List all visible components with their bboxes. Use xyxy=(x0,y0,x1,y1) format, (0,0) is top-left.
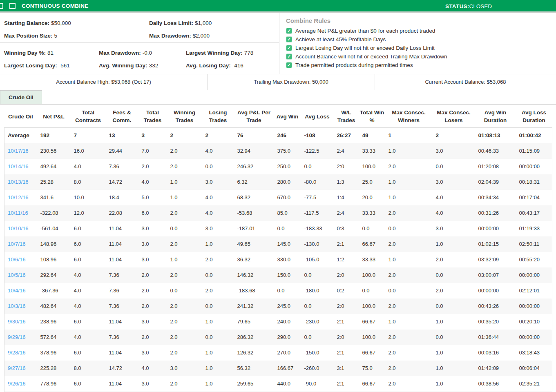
stats-panel: Starting Balance:$50,000 Daily Loss Limi… xyxy=(0,13,279,74)
table-cell: 778.96 xyxy=(37,376,71,392)
table-cell: 150.0 xyxy=(274,267,301,283)
table-cell: 2:1 xyxy=(334,236,359,252)
tab-crude-oil[interactable]: Crude Oil xyxy=(0,90,42,105)
table-cell: 2.0 xyxy=(167,314,202,330)
date-link[interactable]: 9/30/16 xyxy=(8,318,25,325)
header-checkbox-1[interactable] xyxy=(0,3,3,9)
column-header: Max Consec. Losers xyxy=(433,105,475,128)
app-header: CONTINUOUS COMBINE STATUS:CLOSED xyxy=(0,0,556,13)
date-link[interactable]: 9/29/16 xyxy=(8,334,25,340)
date-cell: 10/13/16 xyxy=(4,174,37,190)
table-cell: 1.0 xyxy=(433,376,475,392)
table-cell: 3.0 xyxy=(138,345,167,361)
date-cell: 9/26/16 xyxy=(4,376,37,392)
date-cell: 9/28/16 xyxy=(4,345,37,361)
table-cell: 12.0 xyxy=(71,205,106,221)
table-cell: -53.68 xyxy=(234,205,274,221)
table-cell: 245.0 xyxy=(274,298,301,314)
table-cell: 1:2 xyxy=(334,252,359,267)
table-row: 10/14/16492.644.07.362.02.00.0246.32250.… xyxy=(4,159,552,174)
date-link[interactable]: 10/5/16 xyxy=(8,272,25,278)
date-link[interactable]: 10/14/16 xyxy=(8,163,29,169)
table-cell: 1.0 xyxy=(167,252,202,267)
table-cell: 3.0 xyxy=(138,221,167,236)
table-cell: 3.0 xyxy=(202,174,234,190)
table-cell: 2:0 xyxy=(334,330,359,345)
table-cell: 440.0 xyxy=(274,376,301,392)
table-cell: 4.0 xyxy=(71,267,106,283)
table-cell: 3.0 xyxy=(202,221,234,236)
average-cell: 7 xyxy=(71,128,106,144)
table-cell: 2.0 xyxy=(433,283,475,298)
table-cell: 3.0 xyxy=(138,252,167,267)
table-cell: 1.0 xyxy=(385,314,433,330)
table-cell: 0.0 xyxy=(202,159,234,174)
table-cell: 0.0 xyxy=(433,267,475,283)
table-cell: 00:06:04 xyxy=(516,361,552,376)
date-link[interactable]: 10/7/16 xyxy=(8,241,25,247)
table-cell: 2.0 xyxy=(385,236,433,252)
table-cell: 572.64 xyxy=(37,330,71,345)
table-cell: 2:0 xyxy=(334,267,359,283)
table-cell: 2.0 xyxy=(138,283,167,298)
column-header: Avg Win xyxy=(274,105,301,128)
table-cell: 482.64 xyxy=(37,298,71,314)
table-cell: 7.36 xyxy=(106,283,138,298)
date-cell: 10/7/16 xyxy=(4,236,37,252)
date-link[interactable]: 10/12/16 xyxy=(8,194,29,200)
table-cell: 2.0 xyxy=(385,205,433,221)
column-header: Losing Trades xyxy=(202,105,234,128)
table-cell: 66.67 xyxy=(359,345,385,361)
table-cell: 11.04 xyxy=(106,236,138,252)
average-cell: 26:27 xyxy=(334,128,359,144)
table-cell: 4.0 xyxy=(202,190,234,205)
table-cell: 0:3 xyxy=(334,221,359,236)
date-link[interactable]: 9/27/16 xyxy=(8,365,25,371)
table-cell: 2:4 xyxy=(334,205,359,221)
table-cell: 2.0 xyxy=(167,330,202,345)
table-cell: -561.04 xyxy=(37,221,71,236)
table-cell: -367.36 xyxy=(37,283,71,298)
date-link[interactable]: 10/13/16 xyxy=(8,179,29,185)
table-cell: 20.0 xyxy=(359,190,385,205)
table-cell: 00:34:34 xyxy=(475,190,516,205)
table-row: 9/27/16225.288.014.724.03.01.056.32166.6… xyxy=(4,361,552,376)
table-cell: -230.0 xyxy=(301,314,334,330)
date-link[interactable]: 9/26/16 xyxy=(8,381,25,387)
date-link[interactable]: 10/6/16 xyxy=(8,256,25,263)
table-cell: 250.0 xyxy=(274,159,301,174)
stat-avg-losing-day: Avg. Losing Day:-416 xyxy=(186,59,275,72)
date-link[interactable]: 10/17/16 xyxy=(8,148,29,154)
date-link[interactable]: 9/28/16 xyxy=(8,350,25,356)
table-cell: 00:46:33 xyxy=(475,143,516,159)
column-header: Crude Oil xyxy=(4,105,37,128)
table-cell: 3.0 xyxy=(138,236,167,252)
balance-bar: Account Balance High: $53,068 (Oct 17) T… xyxy=(0,74,556,90)
table-cell: 29.44 xyxy=(106,143,138,159)
date-link[interactable]: 10/4/16 xyxy=(8,287,25,294)
table-cell: 66.67 xyxy=(359,376,385,392)
date-cell: 9/27/16 xyxy=(4,361,37,376)
date-cell: 10/4/16 xyxy=(4,283,37,298)
header-checkbox-2[interactable] xyxy=(9,3,16,9)
date-link[interactable]: 10/10/16 xyxy=(8,225,29,232)
table-cell: 00:00:00 xyxy=(475,221,516,236)
table-cell: 378.96 xyxy=(37,345,71,361)
table-cell: 00:38:56 xyxy=(475,376,516,392)
table-cell: 25.0 xyxy=(359,174,385,190)
table-cell: 2.0 xyxy=(433,252,475,267)
table-cell: 01:02:15 xyxy=(475,236,516,252)
table-cell: 290.0 xyxy=(274,330,301,345)
table-cell: 108.96 xyxy=(37,252,71,267)
table-row: 10/12/16341.610.018.45.01.04.068.32670.0… xyxy=(4,190,552,205)
table-cell: 1.0 xyxy=(385,252,433,267)
table-cell: 1:3 xyxy=(334,174,359,190)
table-cell: 16.0 xyxy=(71,143,106,159)
combine-parameters: Starting Balance:$50,000 Daily Loss Limi… xyxy=(0,13,279,43)
date-link[interactable]: 10/3/16 xyxy=(8,303,25,309)
table-cell: 00:43:17 xyxy=(516,205,552,221)
table-cell: 7.36 xyxy=(106,159,138,174)
table-cell: 2.0 xyxy=(167,298,202,314)
table-cell: 6.0 xyxy=(71,345,106,361)
date-link[interactable]: 10/11/16 xyxy=(8,210,28,216)
